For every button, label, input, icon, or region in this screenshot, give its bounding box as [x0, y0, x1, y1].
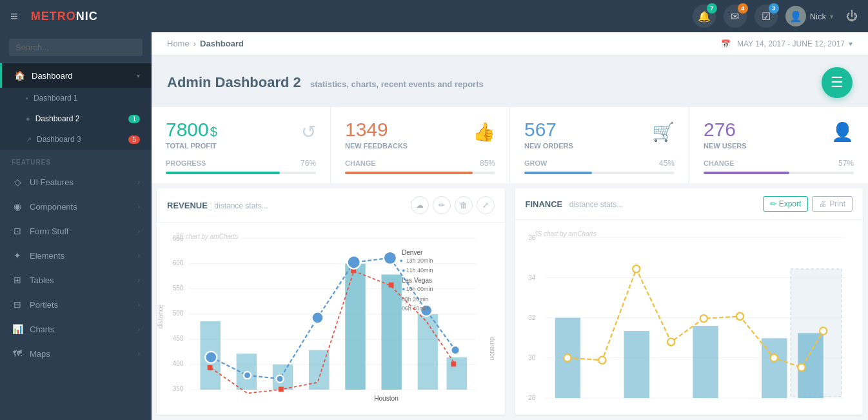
stat-progress-row: CHANGE 57%: [704, 159, 854, 168]
sidebar-item-form-stuff[interactable]: ⊡ Form Stuff ›: [0, 219, 152, 243]
stat-top: 7800$ TOTAL PROFIT ↺: [166, 119, 316, 150]
sidebar-item-portlets[interactable]: ⊟ Portlets ›: [0, 292, 152, 317]
breadcrumb-current: Dashboard: [200, 39, 244, 48]
messages-button[interactable]: ✉ 4: [724, 5, 747, 28]
print-button[interactable]: 🖨 Print: [812, 196, 853, 212]
stat-progress-row: PROGRESS 76%: [166, 159, 316, 168]
finance-chart-title: FINANCE: [526, 199, 563, 209]
hamburger-icon[interactable]: ≡: [10, 9, 18, 24]
sidebar-item-dashboard2[interactable]: ● Dashboard 2 1: [0, 108, 152, 129]
svg-point-32: [384, 252, 397, 265]
calendar-icon: 📅: [721, 39, 731, 48]
stat-progress-label: CHANGE: [345, 159, 376, 167]
expand-button[interactable]: ⤢: [477, 196, 495, 214]
notifications-button[interactable]: 🔔 7: [693, 5, 716, 28]
upload-button[interactable]: ☁: [411, 196, 429, 214]
progress-bar-wrap: [166, 172, 316, 174]
sidebar: 🏠 Dashboard ▾ ▪ Dashboard 1 ● Dashboard …: [0, 32, 152, 420]
logout-icon[interactable]: ⏻: [846, 10, 858, 23]
svg-text:Denver: Denver: [402, 249, 423, 256]
components-icon: ◉: [12, 201, 23, 212]
svg-text:●: ●: [402, 267, 405, 274]
mail-icon: ✉: [731, 10, 739, 23]
fab-button[interactable]: ☰: [822, 67, 853, 98]
svg-point-72: [820, 327, 827, 334]
stat-label: TOTAL PROFIT: [166, 142, 217, 150]
chevron-right-icon4: ›: [138, 252, 140, 259]
user-menu[interactable]: 👤 Nick ▾: [785, 6, 833, 26]
sidebar-item-dashboard3[interactable]: ↗ Dashboard 3 5: [0, 129, 152, 150]
svg-point-66: [633, 265, 640, 272]
stat-value: 276: [704, 119, 747, 141]
sidebar-item-components[interactable]: ◉ Components ›: [0, 194, 152, 219]
svg-point-30: [312, 312, 324, 324]
page-header: Admin Dashboard 2 statistics, charts, re…: [152, 55, 868, 107]
date-range-selector[interactable]: 📅 MAY 14, 2017 - JUNE 12, 2017 ▾: [721, 39, 853, 48]
svg-text:600: 600: [173, 259, 184, 266]
form-icon: ⊡: [12, 226, 23, 236]
chevron-right-icon8: ›: [138, 350, 140, 357]
svg-text:06h 40min: 06h 40min: [402, 305, 429, 312]
finance-chart-body: JS chart by amCharts 36 34 32 30 28: [515, 220, 863, 415]
finance-chart-header: FINANCE distance stats... ✏ Export 🖨 Pri…: [515, 188, 863, 220]
sidebar-item-dashboard1[interactable]: ▪ Dashboard 1: [0, 88, 152, 108]
maps-icon: 🗺: [12, 348, 23, 359]
sidebar-item-elements[interactable]: ✦ Elements ›: [0, 243, 152, 268]
elements-icon: ✦: [12, 250, 23, 261]
ui-features-label: UI Features: [30, 177, 74, 187]
dashboard3-badge: 5: [128, 135, 140, 144]
edit-button[interactable]: ✏: [433, 196, 451, 214]
print-label: Print: [829, 199, 845, 208]
delete-button[interactable]: 🗑: [455, 196, 473, 214]
stat-card-2: 567 NEW ORDERS 🛒 GROW 45%: [510, 107, 689, 183]
stat-label: NEW USERS: [704, 142, 747, 150]
home-icon: 🏠: [14, 70, 25, 81]
search-input[interactable]: [9, 39, 143, 56]
date-range-text: MAY 14, 2017 - JUNE 12, 2017: [737, 39, 845, 48]
svg-point-28: [244, 372, 251, 379]
chevron-right-icon5: ›: [138, 277, 140, 284]
progress-bar-wrap: [704, 172, 854, 174]
tables-icon: ⊞: [12, 275, 23, 285]
stat-progress-label: PROGRESS: [166, 159, 206, 167]
tasks-icon: ☑: [762, 10, 771, 23]
stat-card-3: 276 NEW USERS 👤 CHANGE 57%: [689, 107, 868, 183]
form-stuff-label: Form Stuff: [30, 226, 68, 236]
svg-rect-19: [381, 275, 401, 390]
elements-label: Elements: [30, 251, 64, 261]
date-dropdown-icon: ▾: [849, 39, 853, 48]
svg-text:350: 350: [173, 385, 184, 392]
stat-icon: ↺: [301, 121, 316, 143]
export-button[interactable]: ✏ Export: [763, 196, 809, 212]
stat-top: 567 NEW ORDERS 🛒: [524, 119, 675, 150]
svg-text:34: 34: [528, 274, 536, 281]
bulb-icon: ●: [26, 115, 30, 123]
stat-card-0: 7800$ TOTAL PROFIT ↺ PROGRESS 76%: [152, 107, 331, 183]
chevron-right-icon3: ›: [138, 228, 140, 235]
sidebar-item-dashboard[interactable]: 🏠 Dashboard ▾: [0, 63, 152, 88]
tasks-button[interactable]: ☑ 3: [755, 5, 778, 28]
stat-label: NEW ORDERS: [524, 142, 573, 150]
main-content: Home › Dashboard 📅 MAY 14, 2017 - JUNE 1…: [152, 32, 868, 420]
charts-icon: 📊: [12, 324, 23, 334]
svg-text:Houston: Houston: [374, 395, 399, 402]
sidebar-item-tables[interactable]: ⊞ Tables ›: [0, 268, 152, 292]
trend-icon: ↗: [26, 135, 32, 144]
charts-label: Charts: [30, 325, 54, 334]
sidebar-item-maps[interactable]: 🗺 Maps ›: [0, 341, 152, 366]
svg-point-65: [598, 357, 606, 364]
breadcrumb-home[interactable]: Home: [167, 39, 190, 48]
breadcrumb-bar: Home › Dashboard 📅 MAY 14, 2017 - JUNE 1…: [152, 32, 868, 55]
sidebar-item-ui-features[interactable]: ◇ UI Features ›: [0, 170, 152, 194]
stat-card-1: 1349 NEW FEEDBACKS 👍 CHANGE 85%: [331, 107, 510, 183]
stat-top: 276 NEW USERS 👤: [704, 119, 854, 150]
sidebar-item-charts[interactable]: 📊 Charts ›: [0, 317, 152, 341]
features-section-label: FEATURES: [0, 150, 152, 170]
progress-bar-wrap: [524, 172, 675, 174]
user-name: Nick: [810, 12, 826, 21]
revenue-chart-header: REVENUE distance stats... ☁ ✏ 🗑 ⤢: [157, 188, 505, 223]
page-title: Admin Dashboard 2 statistics, charts, re…: [167, 74, 484, 91]
finance-chart-actions: ✏ Export 🖨 Print: [763, 196, 853, 212]
diamond-icon: ◇: [12, 177, 23, 187]
svg-point-67: [667, 338, 675, 345]
